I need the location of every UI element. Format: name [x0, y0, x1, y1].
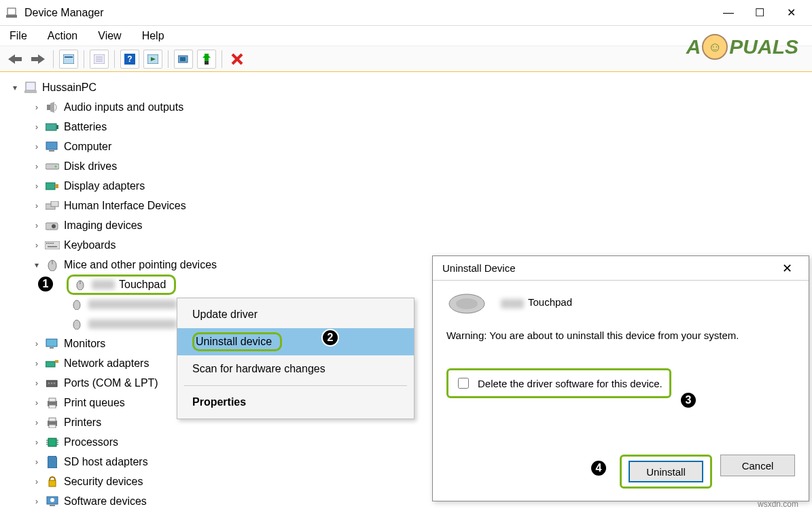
svg-rect-23 — [47, 105, 50, 110]
caret-right-icon[interactable]: › — [31, 221, 42, 230]
svg-rect-38 — [46, 243, 48, 244]
menu-file[interactable]: File — [7, 29, 30, 43]
uninstall-button[interactable]: Uninstall — [629, 461, 703, 482]
caret-right-icon[interactable]: › — [31, 339, 42, 349]
tree-node-keyboards[interactable]: ›Keyboards — [7, 235, 805, 255]
tree-label: Ports (COM & LPT) — [64, 377, 158, 389]
help-button[interactable]: ? — [120, 50, 139, 69]
svg-marker-2 — [8, 54, 22, 64]
mouse-icon — [69, 317, 84, 331]
svg-point-56 — [54, 383, 55, 384]
menu-properties[interactable]: Properties — [177, 389, 414, 416]
caret-right-icon[interactable]: › — [31, 457, 42, 467]
caret-right-icon[interactable]: › — [31, 418, 42, 427]
svg-rect-50 — [50, 347, 54, 349]
delete-driver-checkbox[interactable] — [458, 378, 469, 389]
back-button[interactable] — [5, 52, 24, 67]
close-button[interactable]: ✕ — [775, 2, 807, 24]
sd-icon — [45, 455, 60, 469]
caret-down-icon[interactable]: ▾ — [10, 83, 20, 92]
cancel-button[interactable]: Cancel — [720, 455, 795, 476]
tree-node-batteries[interactable]: ›Batteries — [7, 117, 805, 137]
svg-rect-27 — [46, 142, 57, 149]
svg-rect-61 — [49, 418, 56, 421]
toolbar-separator — [168, 50, 169, 68]
dialog-close-button[interactable]: ✕ — [775, 258, 799, 279]
dialog-warning-text: Warning: You are about to uninstall this… — [446, 330, 795, 341]
delete-driver-checkbox-wrap[interactable]: Delete the driver software for this devi… — [446, 368, 671, 398]
menu-update-driver[interactable]: Update driver — [177, 301, 414, 328]
uninstall-device-button[interactable] — [228, 50, 247, 69]
add-legacy-button[interactable] — [197, 50, 216, 69]
tree-root[interactable]: ▾ HussainPC — [7, 77, 805, 97]
caret-right-icon[interactable]: › — [31, 438, 42, 447]
caret-right-icon[interactable]: › — [31, 241, 42, 250]
update-driver-button[interactable] — [174, 50, 193, 69]
tree-node-computer[interactable]: ›Computer — [7, 137, 805, 156]
menu-item-label: Properties — [192, 396, 246, 408]
tree-label: Security devices — [64, 476, 143, 488]
tree-node-display[interactable]: ›Display adapters — [7, 176, 805, 196]
scan-button[interactable] — [143, 50, 162, 69]
tree-label: Batteries — [64, 121, 107, 133]
annotation-badge-2: 2 — [321, 329, 339, 347]
svg-rect-51 — [46, 361, 55, 367]
tree-label: Display adapters — [64, 180, 145, 192]
tree-label: Imaging devices — [64, 219, 143, 232]
caret-right-icon[interactable]: › — [31, 142, 42, 152]
toolbar-separator — [53, 50, 54, 68]
svg-rect-58 — [49, 398, 56, 402]
security-icon — [45, 475, 60, 489]
minimize-button[interactable]: — — [713, 2, 744, 24]
menu-view[interactable]: View — [95, 29, 124, 43]
caret-down-icon[interactable]: ▾ — [31, 260, 42, 270]
caret-right-icon[interactable]: › — [31, 398, 42, 408]
tree-label: SD host adapters — [64, 456, 148, 468]
hid-icon — [45, 199, 60, 213]
caret-right-icon[interactable]: › — [31, 378, 42, 388]
caret-right-icon[interactable]: › — [31, 359, 42, 368]
menu-action[interactable]: Action — [45, 29, 80, 43]
toolbar-separator — [114, 50, 115, 68]
svg-rect-26 — [56, 125, 58, 129]
show-hidden-button[interactable] — [59, 50, 78, 69]
caret-right-icon[interactable]: › — [31, 497, 42, 506]
caret-right-icon[interactable]: › — [31, 181, 42, 191]
menu-scan-hardware[interactable]: Scan for hardware changes — [177, 355, 414, 383]
maximize-button[interactable]: ☐ — [744, 2, 775, 24]
svg-rect-37 — [45, 241, 60, 249]
menu-item-label: Uninstall device — [196, 336, 272, 347]
menu-help[interactable]: Help — [139, 29, 167, 43]
svg-rect-52 — [55, 360, 58, 363]
forward-button[interactable] — [29, 52, 48, 67]
tree-label: Monitors — [64, 338, 105, 350]
caret-right-icon[interactable]: › — [31, 103, 42, 112]
tree-node-audio[interactable]: ›Audio inputs and outputs — [7, 97, 805, 117]
blurred-text — [88, 319, 177, 329]
caret-right-icon[interactable]: › — [31, 122, 42, 132]
tree-label: Disk drives — [64, 160, 117, 173]
svg-rect-28 — [49, 150, 54, 152]
window-title: Device Manager — [24, 7, 713, 19]
disk-icon — [45, 160, 60, 173]
svg-text:?: ? — [127, 54, 132, 64]
menu-uninstall-device[interactable]: Uninstall device — [177, 328, 414, 355]
tree-node-hid[interactable]: ›Human Interface Devices — [7, 196, 805, 215]
properties-button[interactable] — [90, 50, 109, 69]
caret-right-icon[interactable]: › — [31, 477, 42, 487]
svg-rect-73 — [50, 505, 55, 506]
svg-point-72 — [50, 498, 54, 502]
svg-rect-59 — [49, 405, 56, 408]
menu-item-label: Update driver — [192, 308, 258, 321]
caret-right-icon[interactable]: › — [31, 162, 42, 171]
svg-rect-49 — [46, 339, 57, 347]
mouse-icon — [45, 258, 60, 272]
tree-label: Human Interface Devices — [64, 200, 186, 212]
tree-node-imaging[interactable]: ›Imaging devices — [7, 215, 805, 235]
mouse-icon — [69, 298, 84, 311]
svg-marker-3 — [31, 54, 45, 64]
svg-marker-24 — [50, 102, 54, 113]
svg-point-54 — [48, 383, 50, 384]
caret-right-icon[interactable]: › — [31, 201, 42, 211]
tree-node-disk[interactable]: ›Disk drives — [7, 156, 805, 176]
